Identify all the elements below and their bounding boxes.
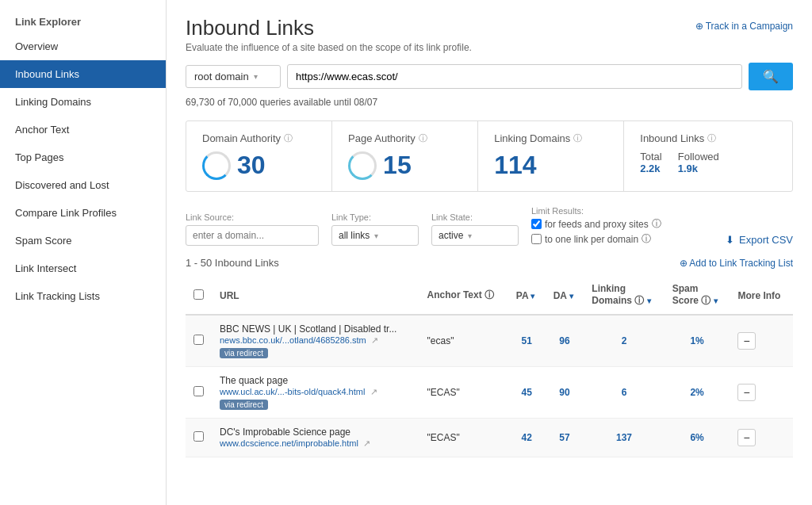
chevron-down-icon: ▾	[254, 72, 258, 81]
th-da[interactable]: DA ▾	[546, 277, 584, 315]
row-url[interactable]: news.bbc.co.uk/...otland/4685286.stm	[220, 335, 366, 345]
inbound-links-table: URL Anchor Text ⓘ PA ▾ DA ▾ LinkingDomai…	[186, 277, 793, 457]
link-state-select[interactable]: active ▾	[431, 225, 519, 246]
row-anchor-cell: "ECAS"	[419, 419, 508, 457]
row-checkbox[interactable]	[193, 335, 204, 345]
sidebar-item-top-pages[interactable]: Top Pages	[0, 143, 166, 171]
row-checkbox-cell	[186, 419, 212, 457]
results-count: 1 - 50 Inbound Links	[186, 257, 279, 269]
row-da: 57	[546, 419, 584, 457]
link-source-input[interactable]	[186, 225, 319, 246]
row-checkbox[interactable]	[193, 431, 204, 442]
external-link-icon[interactable]: ↗	[370, 387, 377, 396]
inbound-links-label: Inbound Links ⓘ	[640, 132, 776, 144]
anchor-text-info-icon[interactable]: ⓘ	[485, 289, 494, 300]
domain-authority-info-icon[interactable]: ⓘ	[284, 132, 293, 144]
add-tracking-button[interactable]: Add to Link Tracking List	[680, 258, 793, 269]
th-spam-score[interactable]: SpamScore ⓘ ▾	[665, 277, 730, 315]
row-pa: 51	[508, 315, 546, 367]
th-pa[interactable]: PA ▾	[508, 277, 546, 315]
domain-type-select[interactable]: root domain ▾	[186, 65, 281, 88]
select-all-checkbox[interactable]	[193, 289, 204, 300]
th-linking-domains[interactable]: LinkingDomains ⓘ ▾	[584, 277, 664, 315]
row-url-cell: BBC NEWS | UK | Scotland | Disabled tr..…	[212, 315, 419, 367]
link-state-chevron-icon: ▾	[468, 231, 472, 240]
row-da: 96	[546, 315, 584, 367]
domain-authority-label: Domain Authority ⓘ	[202, 132, 316, 144]
sidebar-item-compare-link[interactable]: Compare Link Profiles	[0, 199, 166, 227]
row-spam-score: 2%	[665, 367, 730, 419]
row-more-info-cell: −	[730, 315, 793, 367]
page-title: Inbound Links	[186, 16, 472, 40]
linking-domains-label: Linking Domains ⓘ	[494, 132, 607, 144]
row-checkbox-cell	[186, 315, 212, 367]
row-spam-score: 6%	[665, 419, 730, 457]
link-type-value: all links	[339, 230, 370, 241]
search-icon: 🔍	[763, 70, 779, 83]
link-source-label: Link Source:	[186, 212, 319, 222]
checkbox-feeds-label: for feeds and proxy sites	[545, 219, 649, 230]
track-campaign-button[interactable]: Track in a Campaign	[695, 21, 793, 32]
linking-domains-box: Linking Domains ⓘ 114	[478, 121, 624, 191]
sidebar-item-inbound-links[interactable]: Inbound Links	[0, 60, 166, 88]
row-more-info-cell: −	[730, 367, 793, 419]
row-checkbox[interactable]	[193, 386, 204, 396]
one-link-info-icon[interactable]: ⓘ	[642, 232, 651, 246]
expand-button[interactable]: −	[737, 429, 755, 446]
page-authority-circle	[348, 151, 377, 180]
sidebar-item-anchor-text[interactable]: Anchor Text	[0, 116, 166, 143]
checkbox-one-link-label: to one link per domain	[545, 234, 638, 245]
search-button[interactable]: 🔍	[749, 63, 793, 90]
checkbox-one-link[interactable]	[531, 234, 542, 244]
linking-domains-info-icon[interactable]: ⓘ	[573, 132, 582, 144]
queries-info: 69,730 of 70,000 queries available until…	[186, 97, 793, 108]
expand-button[interactable]: −	[737, 384, 755, 401]
export-csv-button[interactable]: ⬇ Export CSV	[726, 234, 793, 246]
redirect-badge: via redirect	[220, 348, 268, 358]
domain-authority-value: 30	[202, 151, 316, 180]
page-authority-value: 15	[348, 151, 462, 180]
link-type-label: Link Type:	[331, 212, 419, 222]
inbound-links-info-icon[interactable]: ⓘ	[707, 132, 716, 144]
row-da: 90	[546, 367, 584, 419]
sidebar-item-overview[interactable]: Overview	[0, 33, 166, 60]
linking-domains-value: 114	[494, 151, 607, 180]
link-type-chevron-icon: ▾	[374, 231, 378, 240]
row-pa: 42	[508, 419, 546, 457]
sidebar-item-discovered-lost[interactable]: Discovered and Lost	[0, 171, 166, 199]
sidebar-item-link-intersect[interactable]: Link Intersect	[0, 254, 166, 282]
page-header: Inbound Links Evaluate the influence of …	[186, 16, 793, 53]
checkbox-feeds[interactable]	[531, 219, 542, 229]
metrics-row: Domain Authority ⓘ 30 Page Authority ⓘ 1…	[186, 121, 793, 192]
row-linking-domains: 2	[584, 315, 664, 367]
link-type-select[interactable]: all links ▾	[331, 225, 419, 246]
expand-button[interactable]: −	[737, 332, 755, 350]
feeds-info-icon[interactable]: ⓘ	[652, 217, 661, 231]
limit-results-group: Limit Results: for feeds and proxy sites…	[531, 206, 661, 246]
row-anchor-cell: "ecas"	[419, 315, 508, 367]
link-state-group: Link State: active ▾	[431, 212, 519, 246]
url-input[interactable]	[287, 64, 742, 89]
sidebar-item-linking-domains[interactable]: Linking Domains	[0, 88, 166, 116]
row-anchor-text: "ECAS"	[427, 432, 460, 443]
row-url[interactable]: www.dcscience.net/improbable.html	[220, 438, 358, 448]
row-url-cell: The quack page www.ucl.ac.uk/...-bits-ol…	[212, 367, 419, 419]
row-url[interactable]: www.ucl.ac.uk/...-bits-old/quack4.html	[220, 387, 365, 396]
link-state-value: active	[439, 230, 463, 241]
sidebar-item-link-tracking[interactable]: Link Tracking Lists	[0, 282, 166, 310]
table-row: The quack page www.ucl.ac.uk/...-bits-ol…	[186, 367, 793, 419]
search-bar: root domain ▾ 🔍	[186, 63, 793, 90]
row-spam-score: 1%	[665, 315, 730, 367]
checkbox-feeds-row: for feeds and proxy sites ⓘ	[531, 217, 661, 231]
external-link-icon[interactable]: ↗	[371, 335, 378, 345]
page-authority-info-icon[interactable]: ⓘ	[419, 132, 427, 144]
row-title: The quack page	[220, 375, 412, 386]
table-row: DC's Improbable Science page www.dcscien…	[186, 419, 793, 457]
th-anchor-text: Anchor Text ⓘ	[419, 277, 508, 315]
external-link-icon[interactable]: ↗	[363, 438, 370, 448]
page-subtitle: Evaluate the influence of a site based o…	[186, 42, 472, 53]
sidebar-item-spam-score[interactable]: Spam Score	[0, 227, 166, 254]
row-anchor-text: "ecas"	[427, 335, 454, 346]
domain-authority-circle	[202, 151, 231, 180]
inbound-links-box: Inbound Links ⓘ Total 2.2k Followed 1.9k	[624, 121, 792, 191]
